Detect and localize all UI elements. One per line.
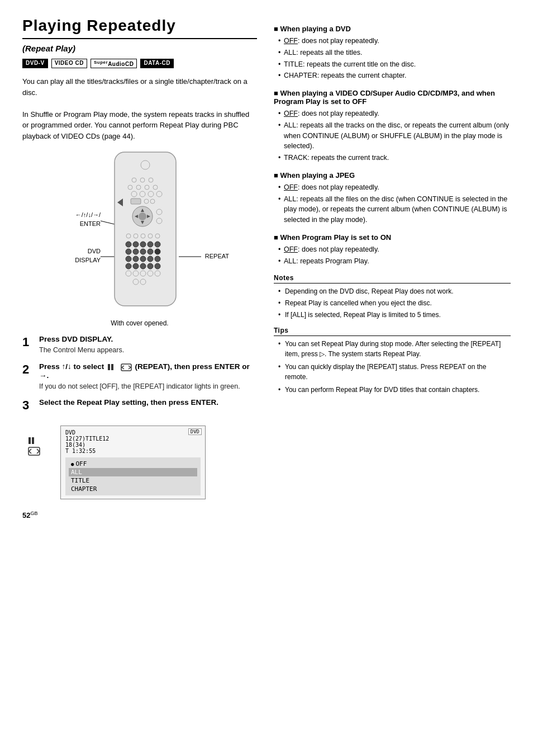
- step2-icon-repeat: [121, 363, 132, 371]
- tips-title: Tips: [274, 327, 511, 336]
- videocd-item-track: TRACK: repeats the current track.: [278, 153, 511, 163]
- svg-point-34: [133, 242, 139, 247]
- screen-mockup: DVD DVD 12(27)TITLE12 18(34) T 1:32:55 O…: [60, 426, 206, 499]
- jpeg-item-all: ALL: repeats all the files on the disc (…: [278, 194, 511, 225]
- tip-3: You can perform Repeat Play for DVD titl…: [278, 385, 511, 395]
- badge-video-cd: VIDEO CD: [51, 59, 87, 68]
- section-program-list: OFF: does not play repeatedly. ALL: repe…: [274, 244, 511, 267]
- svg-rect-61: [111, 364, 113, 370]
- videocd-item-off: OFF: does not play repeatedly.: [278, 108, 511, 119]
- step3-title: Select the Repeat Play setting, then pre…: [39, 398, 257, 407]
- step2-title-suffix: (REPEAT), then press ENTER or →.: [39, 362, 250, 379]
- svg-rect-3: [115, 152, 176, 306]
- step-2: 2 Press ↑/↓ to select (REPEAT), then pre…: [22, 362, 257, 391]
- section-dvd-list: OFF: does not play repeatedly. ALL: repe…: [274, 36, 511, 81]
- section-jpeg-list: OFF: does not play repeatedly. ALL: repe…: [274, 182, 511, 225]
- tip-1: You can set Repeat Play during stop mode…: [278, 339, 511, 359]
- remote-svg: [106, 149, 184, 311]
- program-item-off: OFF: does not play repeatedly.: [278, 244, 511, 255]
- svg-point-33: [126, 242, 131, 247]
- repeat-icon: [28, 447, 40, 456]
- pause-icon: [28, 437, 38, 445]
- svg-point-48: [126, 263, 131, 269]
- diagram-caption: With cover opened.: [22, 319, 257, 327]
- step2-icon-pause: [107, 363, 116, 371]
- svg-point-40: [140, 249, 146, 254]
- step2-title: Press ↑/↓ to select (REPEAT), then press…: [39, 362, 257, 379]
- screen-line2: 12(27)TITLE12: [65, 436, 201, 442]
- svg-point-49: [133, 263, 139, 269]
- svg-point-39: [133, 249, 139, 254]
- notes-section: Notes Depending on the DVD disc, Repeat …: [274, 274, 511, 320]
- note-3: If [ALL] is selected, Repeat Play is lim…: [278, 310, 511, 320]
- svg-point-35: [140, 242, 146, 247]
- dvd-item-title: TITLE: repeats the current title on the …: [278, 59, 511, 70]
- dvd-item-all: ALL: repeats all the titles.: [278, 48, 511, 58]
- step2-desc: If you do not select [OFF], the [REPEAT]…: [39, 381, 257, 392]
- disc-badges: DVD-V VIDEO CD SuperAudioCD DATA-CD: [22, 59, 257, 68]
- intro-para1: You can play all the titles/tracks/files…: [22, 76, 257, 141]
- badge-dvd-v: DVD-V: [22, 59, 48, 68]
- svg-rect-63: [28, 437, 31, 444]
- svg-point-21: [139, 212, 146, 220]
- screen-menu: OFF ALL TITLE CHAPTER: [65, 457, 201, 495]
- note-1: Depending on the DVD disc, Repeat Play d…: [278, 286, 511, 296]
- screen-line3: 18(34): [65, 442, 201, 448]
- note-2: Repeat Play is cancelled when you eject …: [278, 298, 511, 308]
- svg-point-41: [147, 249, 153, 254]
- left-column: Playing Repeatedly (Repeat Play) DVD-V V…: [22, 17, 257, 519]
- remote-diagram: ←/↑/↓/→/ENTER DVDDISPLAY REPEAT: [22, 149, 257, 317]
- step-3: 3 Select the Repeat Play setting, then p…: [22, 398, 257, 413]
- svg-point-51: [147, 263, 153, 269]
- section-videocd-heading: When playing a VIDEO CD/Super Audio CD/C…: [274, 89, 511, 106]
- tips-section: Tips You can set Repeat Play during stop…: [274, 327, 511, 395]
- svg-rect-64: [32, 437, 34, 444]
- notes-list: Depending on the DVD disc, Repeat Play d…: [274, 286, 511, 320]
- program-item-all: ALL: repeats Program Play.: [278, 256, 511, 267]
- screen-line1: DVD: [65, 429, 201, 436]
- svg-rect-60: [108, 364, 110, 370]
- svg-point-38: [126, 249, 131, 254]
- section-jpeg-heading: When playing a JPEG: [274, 171, 511, 179]
- right-column: When playing a DVD OFF: does not play re…: [274, 17, 511, 519]
- notes-title: Notes: [274, 274, 511, 284]
- svg-point-44: [133, 256, 139, 262]
- dvd-item-chapter: CHAPTER: repeats the current chapter.: [278, 70, 511, 81]
- svg-rect-62: [121, 364, 131, 371]
- tip-2: You can quickly display the [REPEAT] sta…: [278, 362, 511, 382]
- subtitle: (Repeat Play): [22, 44, 257, 53]
- menu-item-off: OFF: [69, 460, 197, 468]
- screen-line4: T 1:32:55: [65, 448, 201, 454]
- step-1: 1 Press DVD DISPLAY. The Control Menu ap…: [22, 335, 257, 356]
- svg-point-50: [140, 263, 146, 269]
- svg-rect-17: [131, 199, 141, 204]
- svg-point-52: [155, 263, 160, 269]
- svg-point-37: [155, 242, 160, 247]
- svg-point-36: [147, 242, 153, 247]
- badge-data-cd: DATA-CD: [140, 59, 174, 68]
- section-dvd-heading: When playing a DVD: [274, 25, 511, 33]
- menu-item-title: TITLE: [69, 476, 197, 485]
- section-program-heading: When Program Play is set to ON: [274, 233, 511, 242]
- jpeg-item-off: OFF: does not play repeatedly.: [278, 182, 511, 193]
- dvd-item-off: OFF: does not play repeatedly.: [278, 36, 511, 46]
- svg-point-47: [155, 256, 160, 262]
- page-title: Playing Repeatedly: [22, 17, 257, 39]
- menu-item-chapter: CHAPTER: [69, 485, 197, 493]
- step3-icons: [28, 437, 40, 456]
- svg-point-45: [140, 256, 146, 262]
- step1-desc: The Control Menu appears.: [39, 345, 257, 356]
- screen-dvd-badge: DVD: [188, 428, 202, 435]
- svg-rect-65: [28, 447, 40, 455]
- page-number: 52GB: [22, 511, 257, 519]
- menu-item-all: ALL: [69, 468, 197, 476]
- svg-point-42: [155, 249, 160, 254]
- badge-super-audio-cd: SuperAudioCD: [91, 59, 137, 68]
- section-videocd-list: OFF: does not play repeatedly. ALL: repe…: [274, 108, 511, 163]
- tips-list: You can set Repeat Play during stop mode…: [274, 339, 511, 395]
- step1-title: Press DVD DISPLAY.: [39, 335, 257, 343]
- svg-point-46: [147, 256, 153, 262]
- svg-point-43: [126, 256, 131, 262]
- videocd-item-all: ALL: repeats all the tracks on the disc,…: [278, 120, 511, 152]
